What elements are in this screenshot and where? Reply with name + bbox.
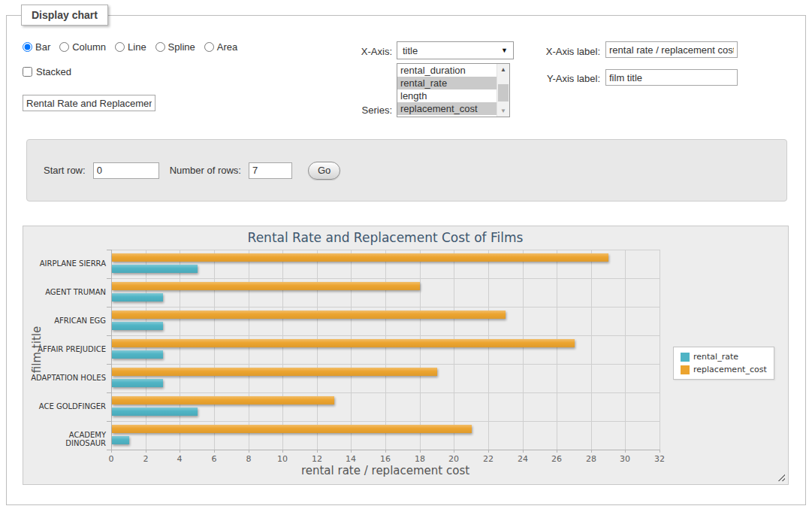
chart-title: Rental Rate and Replacement Cost of Film… [111,230,660,245]
x-tick-label: 30 [614,454,636,464]
rows-panel: Start row: Number of rows: Go [26,139,787,201]
bar-replacement_cost-academy-dinosaur[interactable] [112,425,472,433]
chart-type-radio-label: Bar [35,41,50,53]
x-gridline [180,250,180,450]
bar-replacement_cost-airplane-sierra[interactable] [112,253,608,262]
series-option-rental_rate[interactable]: rental_rate [397,77,497,89]
x-gridline [488,250,489,450]
x-tick-label: 2 [134,454,157,464]
y-gridline [111,392,660,393]
start-row-input[interactable] [93,162,159,179]
listbox-scrollbar[interactable]: ▲ ▼ [497,64,509,117]
y-gridline [111,250,660,250]
y-axis-line [111,250,112,450]
stacked-checkbox[interactable] [23,67,32,77]
stacked-label: Stacked [36,66,71,77]
category-label: ACE GOLDFINGER [26,402,106,411]
stacked-checkbox-row: Stacked [23,66,71,77]
chart-type-radio-label: Column [72,41,106,53]
bar-rental_rate-ace-goldfinger[interactable] [112,407,198,416]
chart-type-radio-bar[interactable] [23,42,32,52]
chart-container: Rental Rate and Replacement Cost of Film… [23,226,789,485]
x-tick-label: 6 [203,454,225,464]
x-gridline [317,250,318,450]
x-axis-title: rental rate / replacement cost [111,464,660,477]
num-rows-label: Number of rows: [170,165,241,176]
x-tick-label: 12 [306,454,328,464]
series-options: rental_durationrental_ratelengthreplacem… [397,64,497,117]
chart-type-option-bar: Bar [23,41,50,53]
x-gridline [385,250,386,450]
x-axis-select[interactable]: title ▼ [397,41,514,59]
series-option-replacement_cost[interactable]: replacement_cost [397,102,497,115]
x-tick-label: 18 [409,454,431,464]
scroll-down-icon[interactable]: ▼ [497,105,509,117]
chart-title-input[interactable] [23,95,155,111]
x-axis-label-input[interactable] [605,41,738,58]
y-axis-title: film title [30,326,44,373]
x-gridline [420,250,421,450]
x-tick-label: 16 [374,454,397,464]
x-tick-label: 14 [340,454,362,464]
bar-rental_rate-adaptation-holes[interactable] [112,379,163,387]
x-tick-label: 10 [271,454,294,464]
bar-rental_rate-african-egg[interactable] [112,322,163,330]
x-gridline [146,250,146,450]
legend-item-replacement_cost[interactable]: replacement_cost [681,365,767,374]
chart-type-radio-column[interactable] [59,42,69,52]
series-listbox[interactable]: rental_durationrental_ratelengthreplacem… [397,63,510,117]
x-tick-label: 20 [442,454,465,464]
x-tick-label: 28 [580,454,602,464]
series-option-length[interactable]: length [397,89,497,102]
bar-replacement_cost-adaptation-holes[interactable] [112,368,437,376]
bar-replacement_cost-ace-goldfinger[interactable] [112,396,334,404]
legend-swatch-replacement_cost [681,365,690,374]
bar-rental_rate-agent-truman[interactable] [112,293,163,301]
chart-type-radio-label: Spline [168,41,195,53]
x-tick-label: 8 [237,454,260,464]
bar-replacement_cost-african-egg[interactable] [112,311,506,319]
num-rows-input[interactable] [249,162,292,179]
x-tick-label: 0 [100,454,122,464]
chart-type-radio-label: Line [128,41,146,53]
chart-type-radio-line[interactable] [115,42,125,52]
x-tick-label: 24 [512,454,534,464]
series-list-label: Series: [315,105,392,116]
category-label: ACADEMY DINOSAUR [26,431,106,447]
fieldset-legend: Display chart [21,5,108,26]
x-tick-label: 26 [545,454,568,464]
x-gridline [282,250,283,450]
bar-replacement_cost-affair-prejudice[interactable] [112,339,575,347]
resize-grip-icon[interactable] [776,472,785,481]
x-gridline [351,250,352,450]
y-axis-label-label: Y-Axis label: [526,73,600,84]
x-tick-label: 4 [168,454,191,464]
bar-rental_rate-affair-prejudice[interactable] [112,350,163,359]
chart-type-option-area: Area [204,41,237,53]
go-button[interactable]: Go [308,162,340,180]
bar-replacement_cost-agent-truman[interactable] [112,282,420,290]
start-row-label: Start row: [44,165,86,176]
chart-type-option-column: Column [59,41,106,53]
chart-type-radio-area[interactable] [204,42,214,52]
chart-type-option-line: Line [115,41,146,53]
x-gridline [523,250,524,450]
category-label: AFRICAN EGG [26,317,106,325]
series-option-rental_duration[interactable]: rental_duration [397,64,497,77]
chart-type-radio-spline[interactable] [155,42,165,52]
chevron-down-icon: ▼ [501,47,508,54]
x-gridline [625,250,626,450]
y-gridline [111,307,660,308]
x-axis-select-label: X-Axis: [315,46,392,57]
scrollbar-thumb[interactable] [498,84,509,101]
chart-type-radio-group: BarColumnLineSplineArea [23,41,237,53]
y-axis-label-input[interactable] [605,69,738,86]
x-gridline [557,250,557,450]
scroll-up-icon[interactable]: ▲ [497,64,509,75]
bar-rental_rate-airplane-sierra[interactable] [112,265,198,273]
legend-item-rental_rate[interactable]: rental_rate [681,352,767,362]
x-gridline [591,250,592,450]
legend-label: rental_rate [693,352,738,362]
bar-rental_rate-academy-dinosaur[interactable] [112,436,129,444]
category-label: ADAPTATION HOLES [26,374,106,382]
